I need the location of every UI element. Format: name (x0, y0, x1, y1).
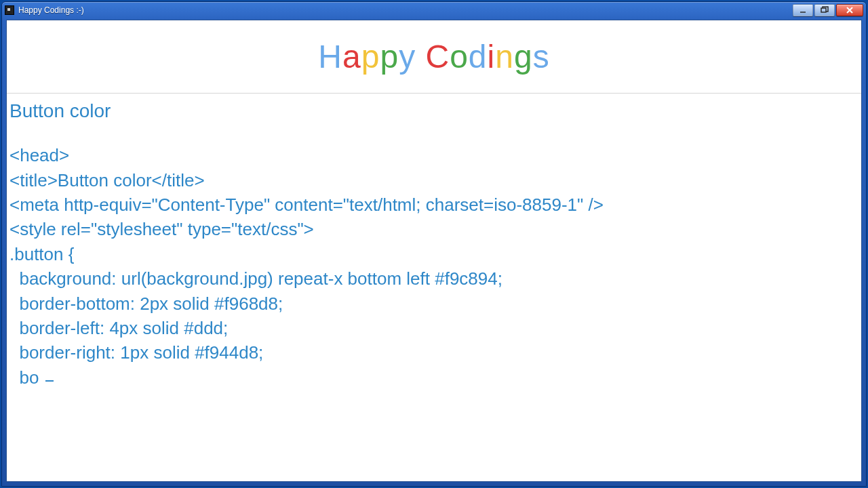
logo-letter: H (318, 39, 342, 75)
code-line: <meta http-equiv="Content-Type" content=… (9, 192, 859, 217)
close-icon (845, 6, 854, 14)
banner: Happy Codings (7, 20, 861, 94)
logo-letter: y (399, 39, 416, 75)
logo-letter: g (514, 39, 533, 75)
logo-letter: d (469, 39, 488, 75)
close-button[interactable] (836, 4, 863, 16)
logo-letter (416, 39, 425, 75)
minimize-icon (799, 7, 807, 14)
application-window: Happy Codings :-) Happy Codings (1, 1, 867, 487)
logo-letter: p (380, 39, 399, 75)
window-title: Happy Codings :-) (18, 5, 84, 15)
logo-letter: p (361, 39, 380, 75)
code-line: background: url(background.jpg) repeat-x… (9, 266, 859, 291)
logo-letter: n (495, 39, 514, 75)
code-line: <head> (9, 143, 859, 167)
page-title: Button color (9, 98, 859, 124)
maximize-button[interactable] (814, 4, 835, 16)
logo-letter: i (488, 39, 496, 75)
code-line: .button { (9, 242, 859, 266)
app-icon (5, 5, 14, 15)
client-area: Happy Codings Button color <head><title>… (6, 20, 862, 482)
logo-letter: s (533, 39, 550, 75)
logo-letter: C (425, 39, 450, 75)
code-line: <title>Button color</title> (9, 168, 859, 192)
code-line: border-right: 1px solid #f944d8; (9, 340, 859, 365)
code-line: bo (9, 365, 859, 390)
code-line: <style rel="stylesheet" type="text/css"> (9, 217, 859, 241)
document-content: Button color <head><title>Button color</… (7, 94, 861, 390)
minimize-button[interactable] (793, 4, 813, 16)
logo-letter: o (450, 39, 469, 75)
code-line: border-left: 4px solid #ddd; (9, 316, 859, 340)
svg-rect-1 (821, 8, 826, 12)
titlebar[interactable]: Happy Codings :-) (2, 2, 866, 18)
logo-letter: a (342, 39, 361, 75)
code-line: border-bottom: 2px solid #f968d8; (9, 291, 859, 316)
code-block: <head><title>Button color</title><meta h… (9, 143, 859, 390)
logo-text: Happy Codings (318, 38, 549, 75)
maximize-icon (820, 6, 829, 14)
window-controls (791, 4, 863, 16)
text-cursor (45, 380, 54, 382)
